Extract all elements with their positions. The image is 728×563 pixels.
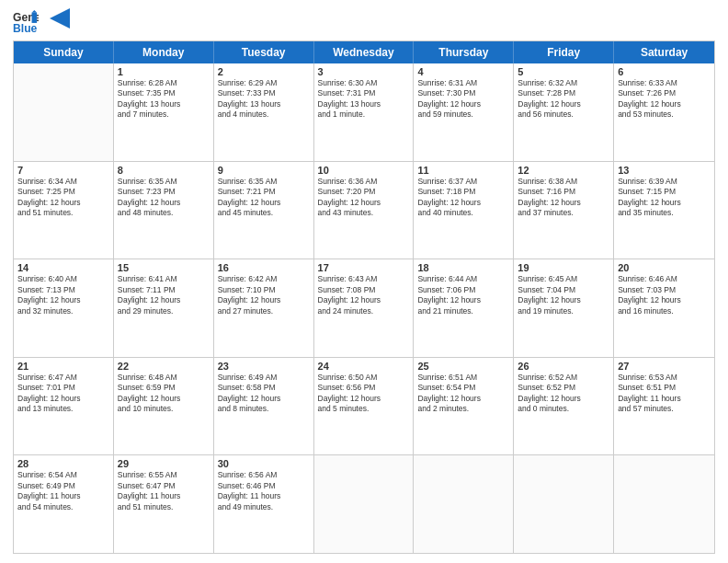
day-info: Sunrise: 6:45 AM Sunset: 7:04 PM Dayligh…	[518, 274, 609, 316]
calendar-week-3: 14Sunrise: 6:40 AM Sunset: 7:13 PM Dayli…	[14, 259, 714, 358]
day-info: Sunrise: 6:33 AM Sunset: 7:26 PM Dayligh…	[618, 78, 711, 121]
day-header-thursday: Thursday	[414, 41, 514, 63]
day-number: 2	[218, 66, 310, 77]
day-cell-1: 1Sunrise: 6:28 AM Sunset: 7:35 PM Daylig…	[114, 63, 214, 161]
day-header-friday: Friday	[514, 41, 614, 63]
day-cell-17: 17Sunrise: 6:43 AM Sunset: 7:08 PM Dayli…	[314, 259, 415, 357]
day-cell-6: 6Sunrise: 6:33 AM Sunset: 7:26 PM Daylig…	[614, 63, 714, 161]
day-number: 22	[118, 361, 210, 372]
day-number: 28	[17, 458, 109, 469]
day-cell-21: 21Sunrise: 6:47 AM Sunset: 7:01 PM Dayli…	[14, 358, 114, 455]
day-number: 4	[417, 66, 509, 77]
day-number: 19	[518, 262, 609, 273]
empty-cell	[14, 63, 114, 161]
day-number: 5	[518, 66, 609, 77]
day-info: Sunrise: 6:35 AM Sunset: 7:23 PM Dayligh…	[118, 177, 210, 219]
day-info: Sunrise: 6:48 AM Sunset: 6:59 PM Dayligh…	[118, 373, 210, 415]
day-number: 26	[518, 361, 609, 372]
day-info: Sunrise: 6:46 AM Sunset: 7:03 PM Dayligh…	[618, 274, 711, 316]
day-header-wednesday: Wednesday	[314, 41, 415, 63]
day-info: Sunrise: 6:49 AM Sunset: 6:58 PM Dayligh…	[218, 373, 310, 415]
day-info: Sunrise: 6:28 AM Sunset: 7:35 PM Dayligh…	[118, 78, 210, 121]
day-cell-11: 11Sunrise: 6:37 AM Sunset: 7:18 PM Dayli…	[414, 162, 514, 259]
calendar-header: SundayMondayTuesdayWednesdayThursdayFrid…	[14, 41, 714, 63]
day-cell-30: 30Sunrise: 6:56 AM Sunset: 6:46 PM Dayli…	[214, 455, 314, 553]
calendar: SundayMondayTuesdayWednesdayThursdayFrid…	[13, 40, 715, 554]
day-info: Sunrise: 6:36 AM Sunset: 7:20 PM Dayligh…	[318, 177, 410, 219]
day-number: 24	[318, 361, 410, 372]
day-number: 21	[17, 361, 109, 372]
day-info: Sunrise: 6:35 AM Sunset: 7:21 PM Dayligh…	[218, 177, 310, 219]
day-number: 1	[118, 66, 210, 77]
day-number: 18	[417, 262, 509, 273]
day-number: 10	[318, 165, 410, 176]
day-cell-25: 25Sunrise: 6:51 AM Sunset: 6:54 PM Dayli…	[414, 358, 514, 455]
day-cell-27: 27Sunrise: 6:53 AM Sunset: 6:51 PM Dayli…	[614, 358, 714, 455]
day-info: Sunrise: 6:54 AM Sunset: 6:49 PM Dayligh…	[17, 470, 109, 512]
day-cell-20: 20Sunrise: 6:46 AM Sunset: 7:03 PM Dayli…	[614, 259, 714, 357]
calendar-body: 1Sunrise: 6:28 AM Sunset: 7:35 PM Daylig…	[14, 63, 714, 553]
empty-cell	[314, 455, 415, 553]
day-number: 15	[118, 262, 210, 273]
day-cell-16: 16Sunrise: 6:42 AM Sunset: 7:10 PM Dayli…	[214, 259, 314, 357]
day-info: Sunrise: 6:56 AM Sunset: 6:46 PM Dayligh…	[218, 470, 310, 512]
day-header-saturday: Saturday	[614, 41, 714, 63]
day-number: 17	[318, 262, 410, 273]
day-cell-18: 18Sunrise: 6:44 AM Sunset: 7:06 PM Dayli…	[414, 259, 514, 357]
day-info: Sunrise: 6:30 AM Sunset: 7:31 PM Dayligh…	[318, 78, 410, 121]
day-info: Sunrise: 6:42 AM Sunset: 7:10 PM Dayligh…	[218, 274, 310, 316]
day-number: 3	[318, 66, 410, 77]
day-cell-12: 12Sunrise: 6:38 AM Sunset: 7:16 PM Dayli…	[514, 162, 614, 259]
day-info: Sunrise: 6:32 AM Sunset: 7:28 PM Dayligh…	[518, 78, 609, 121]
day-number: 13	[618, 165, 711, 176]
day-cell-2: 2Sunrise: 6:29 AM Sunset: 7:33 PM Daylig…	[214, 63, 314, 161]
day-number: 8	[118, 165, 210, 176]
day-info: Sunrise: 6:40 AM Sunset: 7:13 PM Dayligh…	[17, 274, 109, 316]
day-cell-19: 19Sunrise: 6:45 AM Sunset: 7:04 PM Dayli…	[514, 259, 614, 357]
day-info: Sunrise: 6:43 AM Sunset: 7:08 PM Dayligh…	[318, 274, 410, 316]
empty-cell	[514, 455, 614, 553]
day-info: Sunrise: 6:39 AM Sunset: 7:15 PM Dayligh…	[618, 177, 711, 219]
calendar-week-5: 28Sunrise: 6:54 AM Sunset: 6:49 PM Dayli…	[14, 455, 714, 553]
day-cell-23: 23Sunrise: 6:49 AM Sunset: 6:58 PM Dayli…	[214, 358, 314, 455]
day-cell-13: 13Sunrise: 6:39 AM Sunset: 7:15 PM Dayli…	[614, 162, 714, 259]
day-info: Sunrise: 6:29 AM Sunset: 7:33 PM Dayligh…	[218, 78, 310, 121]
svg-marker-2	[32, 13, 38, 23]
day-number: 9	[218, 165, 310, 176]
day-header-sunday: Sunday	[14, 41, 114, 63]
day-number: 16	[218, 262, 310, 273]
day-number: 29	[118, 458, 210, 469]
day-number: 6	[618, 66, 711, 77]
logo: General Blue	[13, 9, 70, 35]
day-info: Sunrise: 6:44 AM Sunset: 7:06 PM Dayligh…	[417, 274, 509, 316]
day-number: 30	[218, 458, 310, 469]
calendar-week-1: 1Sunrise: 6:28 AM Sunset: 7:35 PM Daylig…	[14, 63, 714, 162]
empty-cell	[614, 455, 714, 553]
day-info: Sunrise: 6:38 AM Sunset: 7:16 PM Dayligh…	[518, 177, 609, 219]
day-cell-8: 8Sunrise: 6:35 AM Sunset: 7:23 PM Daylig…	[114, 162, 214, 259]
page-header: General Blue	[13, 9, 715, 35]
day-cell-10: 10Sunrise: 6:36 AM Sunset: 7:20 PM Dayli…	[314, 162, 415, 259]
day-cell-28: 28Sunrise: 6:54 AM Sunset: 6:49 PM Dayli…	[14, 455, 114, 553]
day-info: Sunrise: 6:55 AM Sunset: 6:47 PM Dayligh…	[118, 470, 210, 512]
day-info: Sunrise: 6:52 AM Sunset: 6:52 PM Dayligh…	[518, 373, 609, 415]
day-cell-14: 14Sunrise: 6:40 AM Sunset: 7:13 PM Dayli…	[14, 259, 114, 357]
day-cell-22: 22Sunrise: 6:48 AM Sunset: 6:59 PM Dayli…	[114, 358, 214, 455]
day-number: 20	[618, 262, 711, 273]
day-info: Sunrise: 6:31 AM Sunset: 7:30 PM Dayligh…	[417, 78, 509, 121]
logo-icon: General Blue	[13, 9, 39, 35]
logo-arrow-icon	[50, 8, 70, 29]
day-info: Sunrise: 6:37 AM Sunset: 7:18 PM Dayligh…	[417, 177, 509, 219]
calendar-week-4: 21Sunrise: 6:47 AM Sunset: 7:01 PM Dayli…	[14, 358, 714, 456]
day-info: Sunrise: 6:47 AM Sunset: 7:01 PM Dayligh…	[17, 373, 109, 415]
calendar-week-2: 7Sunrise: 6:34 AM Sunset: 7:25 PM Daylig…	[14, 162, 714, 260]
day-cell-3: 3Sunrise: 6:30 AM Sunset: 7:31 PM Daylig…	[314, 63, 415, 161]
day-header-tuesday: Tuesday	[214, 41, 314, 63]
day-number: 25	[417, 361, 509, 372]
day-cell-4: 4Sunrise: 6:31 AM Sunset: 7:30 PM Daylig…	[414, 63, 514, 161]
day-number: 12	[518, 165, 609, 176]
day-number: 14	[17, 262, 109, 273]
day-cell-29: 29Sunrise: 6:55 AM Sunset: 6:47 PM Dayli…	[114, 455, 214, 553]
day-header-monday: Monday	[114, 41, 214, 63]
day-cell-24: 24Sunrise: 6:50 AM Sunset: 6:56 PM Dayli…	[314, 358, 415, 455]
